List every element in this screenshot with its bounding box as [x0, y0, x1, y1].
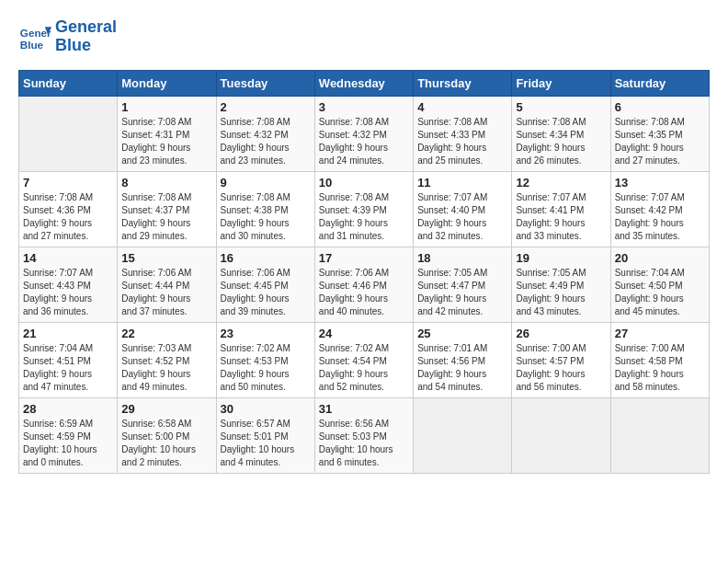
day-number: 15	[121, 251, 211, 265]
calendar-cell: 10Sunrise: 7:08 AM Sunset: 4:39 PM Dayli…	[314, 171, 413, 247]
day-info: Sunrise: 7:04 AM Sunset: 4:50 PM Dayligh…	[615, 267, 705, 318]
header-row: SundayMondayTuesdayWednesdayThursdayFrid…	[19, 70, 710, 96]
day-number: 31	[319, 402, 409, 416]
calendar-cell: 31Sunrise: 6:56 AM Sunset: 5:03 PM Dayli…	[314, 397, 413, 473]
day-info: Sunrise: 7:08 AM Sunset: 4:36 PM Dayligh…	[23, 191, 113, 243]
calendar-cell: 24Sunrise: 7:02 AM Sunset: 4:54 PM Dayli…	[314, 322, 413, 397]
calendar-cell: 28Sunrise: 6:59 AM Sunset: 4:59 PM Dayli…	[19, 397, 118, 473]
day-number: 13	[615, 176, 705, 190]
day-number: 4	[417, 100, 507, 114]
day-info: Sunrise: 7:07 AM Sunset: 4:41 PM Dayligh…	[516, 191, 606, 243]
day-info: Sunrise: 7:08 AM Sunset: 4:37 PM Dayligh…	[121, 191, 211, 243]
day-info: Sunrise: 7:07 AM Sunset: 4:42 PM Dayligh…	[615, 191, 705, 243]
header-day-friday: Friday	[512, 70, 610, 96]
day-info: Sunrise: 7:00 AM Sunset: 4:58 PM Dayligh…	[615, 342, 705, 394]
day-number: 21	[23, 327, 113, 340]
day-number: 20	[615, 251, 705, 265]
day-number: 1	[121, 100, 211, 114]
calendar-cell: 19Sunrise: 7:05 AM Sunset: 4:49 PM Dayli…	[512, 247, 610, 322]
calendar-week-1: 1Sunrise: 7:08 AM Sunset: 4:31 PM Daylig…	[19, 96, 710, 171]
calendar-cell: 27Sunrise: 7:00 AM Sunset: 4:58 PM Dayli…	[610, 322, 709, 397]
calendar-cell: 1Sunrise: 7:08 AM Sunset: 4:31 PM Daylig…	[118, 96, 216, 171]
day-number: 17	[319, 251, 409, 265]
day-number: 26	[516, 327, 606, 340]
day-number: 12	[516, 176, 606, 190]
calendar-cell: 11Sunrise: 7:07 AM Sunset: 4:40 PM Dayli…	[414, 171, 512, 247]
calendar-cell	[19, 96, 118, 171]
day-info: Sunrise: 6:59 AM Sunset: 4:59 PM Dayligh…	[23, 418, 113, 469]
day-number: 25	[417, 327, 507, 340]
day-info: Sunrise: 7:08 AM Sunset: 4:38 PM Dayligh…	[221, 191, 311, 243]
day-number: 23	[221, 327, 311, 340]
day-info: Sunrise: 7:08 AM Sunset: 4:32 PM Dayligh…	[221, 116, 311, 167]
day-number: 10	[319, 176, 409, 190]
day-info: Sunrise: 7:05 AM Sunset: 4:47 PM Dayligh…	[417, 267, 507, 318]
calendar-cell: 21Sunrise: 7:04 AM Sunset: 4:51 PM Dayli…	[19, 322, 118, 397]
calendar-cell: 4Sunrise: 7:08 AM Sunset: 4:33 PM Daylig…	[414, 96, 512, 171]
calendar-cell: 22Sunrise: 7:03 AM Sunset: 4:52 PM Dayli…	[118, 322, 216, 397]
header-day-saturday: Saturday	[610, 70, 709, 96]
page-header: General Blue GeneralBlue	[18, 18, 710, 55]
day-info: Sunrise: 7:02 AM Sunset: 4:54 PM Dayligh…	[319, 342, 409, 394]
day-number: 22	[121, 327, 211, 340]
calendar-week-3: 14Sunrise: 7:07 AM Sunset: 4:43 PM Dayli…	[19, 247, 710, 322]
day-info: Sunrise: 7:06 AM Sunset: 4:45 PM Dayligh…	[221, 267, 311, 318]
header-day-thursday: Thursday	[414, 70, 512, 96]
logo-text: GeneralBlue	[55, 18, 117, 55]
day-number: 18	[417, 251, 507, 265]
day-info: Sunrise: 7:08 AM Sunset: 4:31 PM Dayligh…	[121, 116, 211, 167]
calendar-cell: 5Sunrise: 7:08 AM Sunset: 4:34 PM Daylig…	[512, 96, 610, 171]
day-info: Sunrise: 7:01 AM Sunset: 4:56 PM Dayligh…	[417, 342, 507, 394]
day-info: Sunrise: 6:57 AM Sunset: 5:01 PM Dayligh…	[221, 418, 311, 469]
day-number: 9	[221, 176, 311, 190]
day-number: 24	[319, 327, 409, 340]
day-info: Sunrise: 7:07 AM Sunset: 4:40 PM Dayligh…	[417, 191, 507, 243]
day-number: 6	[615, 100, 705, 114]
calendar-cell	[610, 397, 709, 473]
day-number: 5	[516, 100, 606, 114]
calendar-cell: 17Sunrise: 7:06 AM Sunset: 4:46 PM Dayli…	[314, 247, 413, 322]
day-info: Sunrise: 7:07 AM Sunset: 4:43 PM Dayligh…	[23, 267, 113, 318]
day-number: 3	[319, 100, 409, 114]
calendar-cell: 25Sunrise: 7:01 AM Sunset: 4:56 PM Dayli…	[414, 322, 512, 397]
day-number: 29	[121, 402, 211, 416]
day-info: Sunrise: 7:06 AM Sunset: 4:44 PM Dayligh…	[121, 267, 211, 318]
calendar-cell: 14Sunrise: 7:07 AM Sunset: 4:43 PM Dayli…	[19, 247, 118, 322]
calendar-cell: 20Sunrise: 7:04 AM Sunset: 4:50 PM Dayli…	[610, 247, 709, 322]
day-number: 14	[23, 251, 113, 265]
day-info: Sunrise: 7:08 AM Sunset: 4:35 PM Dayligh…	[615, 116, 705, 167]
calendar-week-2: 7Sunrise: 7:08 AM Sunset: 4:36 PM Daylig…	[19, 171, 710, 247]
svg-text:Blue: Blue	[20, 38, 44, 50]
day-number: 28	[23, 402, 113, 416]
day-info: Sunrise: 7:00 AM Sunset: 4:57 PM Dayligh…	[516, 342, 606, 394]
header-day-tuesday: Tuesday	[216, 70, 314, 96]
day-info: Sunrise: 7:02 AM Sunset: 4:53 PM Dayligh…	[221, 342, 311, 394]
calendar-week-4: 21Sunrise: 7:04 AM Sunset: 4:51 PM Dayli…	[19, 322, 710, 397]
day-number: 30	[221, 402, 311, 416]
calendar-cell: 8Sunrise: 7:08 AM Sunset: 4:37 PM Daylig…	[118, 171, 216, 247]
header-day-monday: Monday	[118, 70, 216, 96]
calendar-cell: 18Sunrise: 7:05 AM Sunset: 4:47 PM Dayli…	[414, 247, 512, 322]
calendar-cell: 23Sunrise: 7:02 AM Sunset: 4:53 PM Dayli…	[216, 322, 314, 397]
calendar-cell	[414, 397, 512, 473]
day-number: 2	[221, 100, 311, 114]
calendar-cell: 6Sunrise: 7:08 AM Sunset: 4:35 PM Daylig…	[610, 96, 709, 171]
calendar-cell: 29Sunrise: 6:58 AM Sunset: 5:00 PM Dayli…	[118, 397, 216, 473]
logo-icon: General Blue	[18, 20, 51, 53]
day-info: Sunrise: 6:58 AM Sunset: 5:00 PM Dayligh…	[121, 418, 211, 469]
calendar-cell	[512, 397, 610, 473]
day-number: 16	[221, 251, 311, 265]
day-info: Sunrise: 6:56 AM Sunset: 5:03 PM Dayligh…	[319, 418, 409, 469]
calendar-header: SundayMondayTuesdayWednesdayThursdayFrid…	[19, 70, 710, 96]
day-info: Sunrise: 7:08 AM Sunset: 4:33 PM Dayligh…	[417, 116, 507, 167]
calendar-cell: 15Sunrise: 7:06 AM Sunset: 4:44 PM Dayli…	[118, 247, 216, 322]
day-info: Sunrise: 7:08 AM Sunset: 4:39 PM Dayligh…	[319, 191, 409, 243]
day-info: Sunrise: 7:04 AM Sunset: 4:51 PM Dayligh…	[23, 342, 113, 394]
calendar-cell: 7Sunrise: 7:08 AM Sunset: 4:36 PM Daylig…	[19, 171, 118, 247]
day-info: Sunrise: 7:08 AM Sunset: 4:34 PM Dayligh…	[516, 116, 606, 167]
header-day-wednesday: Wednesday	[314, 70, 413, 96]
calendar-table: SundayMondayTuesdayWednesdayThursdayFrid…	[18, 70, 710, 474]
day-info: Sunrise: 7:08 AM Sunset: 4:32 PM Dayligh…	[319, 116, 409, 167]
day-number: 19	[516, 251, 606, 265]
calendar-cell: 16Sunrise: 7:06 AM Sunset: 4:45 PM Dayli…	[216, 247, 314, 322]
